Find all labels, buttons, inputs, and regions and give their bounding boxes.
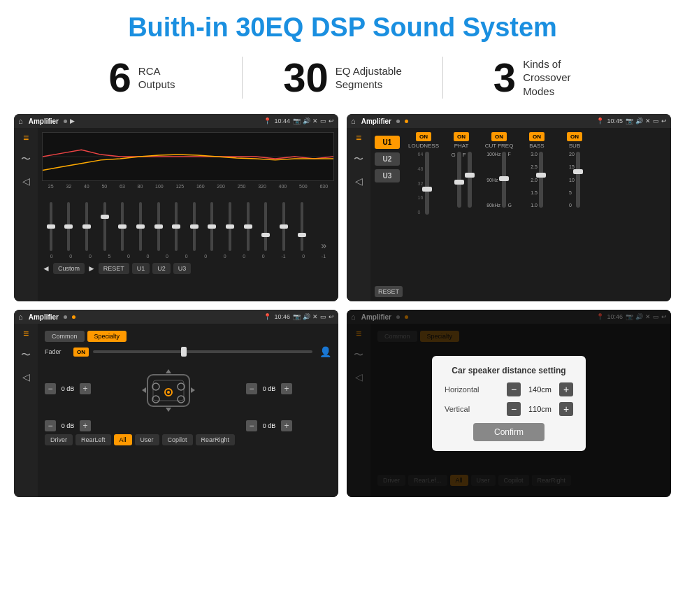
status-bar-3: ⌂ Amplifier 📍 10:46 📷 🔊 ✕ ▭ ↩ bbox=[14, 310, 338, 324]
eq-slider-2[interactable] bbox=[85, 202, 88, 251]
speaker-icon-2[interactable]: ◁ bbox=[355, 176, 363, 187]
phat-on-btn[interactable]: ON bbox=[454, 132, 469, 141]
eq-slider-14[interactable] bbox=[301, 202, 303, 251]
home-icon[interactable]: ⌂ bbox=[18, 117, 23, 125]
minimize-icon-3: ▭ bbox=[320, 313, 326, 320]
horizontal-minus-btn[interactable]: − bbox=[507, 382, 521, 396]
fl-plus-btn[interactable]: + bbox=[80, 383, 91, 394]
wave-icon-2[interactable]: 〜 bbox=[354, 153, 363, 166]
eq-slider-5[interactable] bbox=[139, 202, 142, 251]
eq-slider-10[interactable] bbox=[229, 202, 231, 251]
eq-slider-7[interactable] bbox=[175, 202, 178, 251]
svg-marker-11 bbox=[142, 387, 146, 393]
fl-minus-btn[interactable]: − bbox=[45, 383, 56, 394]
svg-marker-10 bbox=[166, 408, 171, 412]
copilot-btn[interactable]: Copilot bbox=[162, 434, 193, 445]
loudness-slider[interactable] bbox=[425, 152, 429, 215]
tab-common[interactable]: Common bbox=[45, 331, 85, 342]
wave-icon-3[interactable]: 〜 bbox=[21, 349, 31, 361]
prev-icon[interactable]: ◄ bbox=[42, 264, 50, 273]
eq-slider-8[interactable] bbox=[193, 202, 196, 251]
back-icon-2: ↩ bbox=[661, 117, 667, 124]
more-icon[interactable]: » bbox=[321, 240, 326, 251]
rl-value: 0 dB bbox=[58, 422, 78, 429]
eq-slider-6[interactable] bbox=[157, 202, 160, 251]
reset-btn-1[interactable]: RESET bbox=[99, 263, 129, 274]
sub-on-btn[interactable]: ON bbox=[567, 132, 582, 141]
bass-on-btn[interactable]: ON bbox=[529, 132, 545, 141]
mixer-main: U1 U2 U3 RESET ON LOUDNESS 6448 bbox=[370, 128, 671, 301]
driver-btn[interactable]: Driver bbox=[45, 434, 73, 445]
cutfreq-on-btn[interactable]: ON bbox=[491, 132, 507, 141]
eq-slider-4[interactable] bbox=[121, 202, 124, 251]
eq-icon[interactable]: ≡ bbox=[23, 132, 29, 143]
rearleft-btn[interactable]: RearLeft bbox=[75, 434, 111, 445]
vertical-value: 110cm bbox=[524, 405, 556, 413]
confirm-button[interactable]: Confirm bbox=[473, 423, 545, 441]
time-2: 📍 10:45 📷 🔊 ✕ ▭ ↩ bbox=[596, 117, 667, 124]
sub-slider[interactable] bbox=[576, 152, 580, 208]
eq-slider-9[interactable] bbox=[210, 202, 213, 251]
speaker-icon-3[interactable]: ◁ bbox=[22, 371, 30, 382]
u3-preset[interactable]: U3 bbox=[375, 169, 400, 182]
bass-label: BASS bbox=[529, 143, 544, 149]
u3-btn[interactable]: U3 bbox=[173, 263, 192, 274]
eq-slider-1[interactable] bbox=[67, 202, 70, 251]
custom-btn[interactable]: Custom bbox=[53, 263, 85, 274]
fr-plus-btn[interactable]: + bbox=[281, 383, 292, 394]
camera-icon: 📷 bbox=[293, 117, 301, 124]
reset-btn-2[interactable]: RESET bbox=[375, 286, 403, 297]
u2-btn[interactable]: U2 bbox=[152, 263, 171, 274]
eq-slider-12[interactable] bbox=[264, 202, 267, 251]
speaker-icon[interactable]: ◁ bbox=[22, 176, 30, 187]
cutfreq-slider[interactable] bbox=[502, 152, 506, 208]
vertical-minus-btn[interactable]: − bbox=[507, 402, 521, 416]
rr-minus-btn[interactable]: − bbox=[246, 420, 257, 431]
home-icon-2[interactable]: ⌂ bbox=[351, 117, 356, 125]
home-icon-3[interactable]: ⌂ bbox=[18, 313, 23, 321]
user-btn[interactable]: User bbox=[135, 434, 159, 445]
next-icon[interactable]: ► bbox=[87, 264, 96, 273]
vertical-plus-btn[interactable]: + bbox=[559, 402, 573, 416]
rr-plus-btn[interactable]: + bbox=[281, 420, 292, 431]
time-3: 📍 10:46 📷 🔊 ✕ ▭ ↩ bbox=[264, 313, 334, 320]
vertical-label: Vertical bbox=[445, 405, 470, 413]
minimize-icon: ▭ bbox=[320, 117, 326, 124]
camera-icon-3: 📷 bbox=[293, 313, 301, 320]
phat-slider-g[interactable] bbox=[457, 152, 461, 208]
wave-icon[interactable]: 〜 bbox=[21, 153, 31, 166]
horizontal-plus-btn[interactable]: + bbox=[559, 382, 573, 396]
loudness-on-btn[interactable]: ON bbox=[416, 132, 431, 141]
stat-rca: 6 RCAOutputs bbox=[42, 57, 242, 98]
eq-slider-3[interactable] bbox=[103, 202, 106, 251]
bass-slider[interactable] bbox=[539, 152, 543, 208]
bottom-btns-3: Driver RearLeft All User Copilot RearRig… bbox=[45, 434, 331, 445]
phat-slider-f[interactable] bbox=[468, 152, 472, 208]
screen-inner-3: ≡ 〜 ◁ Common Specialty Fader ON bbox=[14, 324, 338, 497]
person-icon: 👤 bbox=[319, 346, 331, 357]
eq-slider-11[interactable] bbox=[247, 202, 250, 251]
mixer-presets: U1 U2 U3 RESET bbox=[375, 132, 403, 297]
stat-crossover: 3 Kinds ofCrossover Modes bbox=[443, 57, 643, 99]
status-bar-1: ⌂ Amplifier ▶ 📍 10:44 📷 🔊 ✕ ▭ ↩ bbox=[14, 114, 338, 128]
fr-minus-btn[interactable]: − bbox=[246, 383, 257, 394]
u1-preset[interactable]: U1 bbox=[375, 136, 400, 149]
eq-slider-13[interactable] bbox=[282, 202, 285, 251]
rl-minus-btn[interactable]: − bbox=[45, 420, 56, 431]
all-btn[interactable]: All bbox=[114, 434, 132, 445]
eq-slider-0[interactable] bbox=[50, 202, 52, 251]
fader-track[interactable] bbox=[93, 350, 312, 353]
rl-plus-btn[interactable]: + bbox=[80, 420, 91, 431]
tab-specialty[interactable]: Specialty bbox=[87, 331, 127, 342]
dialog-overlay: Car speaker distance setting Horizontal … bbox=[347, 310, 671, 497]
ch-bass: ON BASS 3.0 2.5 2.0 1.5 1.0 bbox=[519, 132, 554, 297]
loudness-scale: 6448 32160 bbox=[418, 152, 424, 215]
u2-preset[interactable]: U2 bbox=[375, 152, 400, 166]
eq-icon-3[interactable]: ≡ bbox=[23, 328, 29, 339]
fader-on-btn[interactable]: ON bbox=[73, 348, 89, 357]
u1-btn[interactable]: U1 bbox=[132, 263, 150, 274]
rearright-btn[interactable]: RearRight bbox=[196, 434, 236, 445]
dot-3b bbox=[72, 315, 75, 319]
fl-value: 0 dB bbox=[58, 385, 78, 392]
eq-icon-2[interactable]: ≡ bbox=[356, 132, 361, 143]
